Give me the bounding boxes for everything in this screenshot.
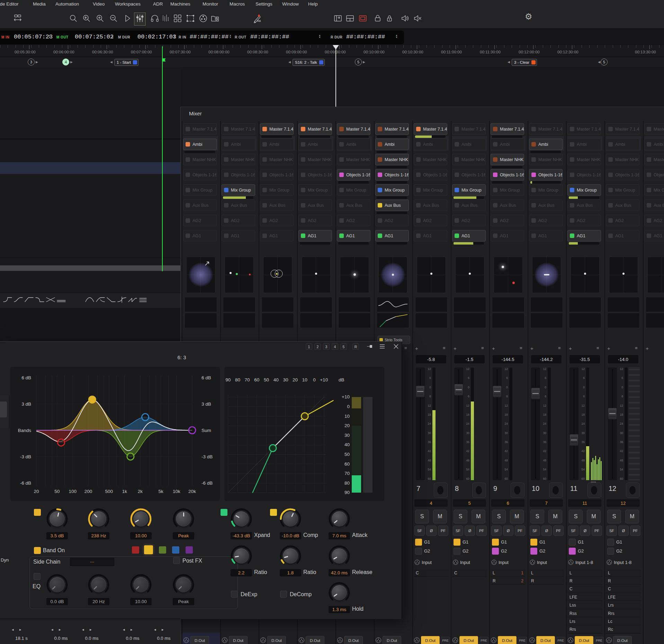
left-edge-handle[interactable] bbox=[0, 402, 7, 417]
insert-thumbnail-1[interactable] bbox=[454, 297, 486, 312]
side-chain-select[interactable]: --- bbox=[69, 557, 115, 567]
bus-slot-ambi[interactable]: Ambi bbox=[606, 139, 639, 150]
direct-out-button[interactable]: D.Out bbox=[421, 636, 440, 644]
xpand-knob-value[interactable]: -43.3 dB bbox=[231, 532, 252, 539]
pan-pad[interactable] bbox=[302, 257, 331, 293]
pfl-button[interactable]: PF bbox=[592, 526, 602, 536]
sc-q-knob[interactable] bbox=[130, 574, 152, 596]
group-1-checkbox[interactable] bbox=[492, 539, 499, 546]
marker-chip-2[interactable]: 1 - Start bbox=[114, 59, 138, 66]
comp-knob[interactable] bbox=[279, 508, 302, 530]
bus-slot-ambi[interactable]: Ambi bbox=[183, 139, 217, 150]
input-channel-row[interactable]: LFE bbox=[606, 593, 641, 601]
eq-gain-checkbox[interactable] bbox=[34, 509, 41, 516]
bus-slot-master-nhk[interactable]: Master NHK bbox=[337, 154, 370, 165]
insert-thumbnail-1[interactable] bbox=[569, 297, 601, 312]
bus-slot-master-nhk[interactable]: Master NHK bbox=[222, 154, 255, 165]
fader-db-readout[interactable]: -144.2 bbox=[531, 355, 562, 363]
bus-slot-objects-1-16[interactable]: Objects 1-16 bbox=[222, 169, 255, 180]
fade-shape-icon-1[interactable] bbox=[3, 296, 12, 305]
channel-slot-number[interactable]: 5 bbox=[453, 499, 486, 507]
bus-slot-master-nhk[interactable]: Master NHK bbox=[260, 154, 294, 165]
safe-button[interactable]: SF bbox=[491, 526, 502, 536]
hold-knob[interactable] bbox=[328, 582, 350, 604]
record-arm-button[interactable] bbox=[626, 483, 640, 498]
xpand-knob[interactable] bbox=[230, 508, 252, 530]
bus-slot-mix-group[interactable]: Mix Group bbox=[337, 184, 370, 196]
sc-freq-knob-value[interactable]: 20 Hz bbox=[88, 598, 109, 605]
bus-slot-ag1[interactable]: AG1 bbox=[337, 230, 370, 241]
lock-icon[interactable] bbox=[373, 14, 382, 24]
bus-slot-aux-bus[interactable]: Aux Bus bbox=[606, 200, 639, 211]
fader-track[interactable] bbox=[608, 368, 617, 480]
sc-eq-checkbox[interactable] bbox=[34, 573, 41, 580]
bus-slot-ag2[interactable]: AG2 bbox=[337, 215, 370, 226]
bus-slot-master-7-1-4[interactable]: Master 7.1.4 bbox=[222, 123, 255, 135]
menu-item-window[interactable]: Window bbox=[282, 1, 299, 7]
fade-shape-icon-9[interactable] bbox=[106, 296, 116, 305]
fader-track[interactable] bbox=[416, 368, 425, 480]
fader-track[interactable] bbox=[454, 368, 463, 480]
meter-icon[interactable] bbox=[161, 14, 170, 24]
safe-button[interactable]: SF bbox=[607, 526, 617, 536]
sc-gain-knob[interactable] bbox=[46, 574, 68, 596]
bus-slot-mix-group[interactable]: Mix Group bbox=[260, 184, 294, 196]
input-channel-row[interactable]: R bbox=[529, 577, 564, 585]
eq-freq-knob[interactable] bbox=[88, 508, 110, 530]
sc-type-knob[interactable] bbox=[172, 574, 195, 596]
channel-slot-number[interactable]: 7 bbox=[530, 499, 563, 507]
eq-q-knob-value[interactable]: 10.00 bbox=[130, 532, 152, 539]
bus-slot-aux-bus[interactable]: Aux Bus bbox=[644, 200, 664, 211]
bus-slot-aux-bus[interactable]: Aux Bus bbox=[260, 200, 294, 211]
bus-slot-mix-group[interactable]: Mix Group bbox=[567, 184, 601, 196]
solo-button[interactable]: S bbox=[492, 510, 506, 523]
channel-menu-button[interactable]: ≡ bbox=[596, 345, 599, 351]
layout-a-icon[interactable] bbox=[333, 14, 342, 24]
add-insert-button[interactable]: + bbox=[607, 345, 610, 351]
input-channel-row[interactable]: Rc bbox=[606, 626, 641, 634]
layout-red-icon[interactable] bbox=[358, 14, 367, 24]
input-channel-row[interactable]: R bbox=[567, 577, 602, 585]
bus-slot-master-7-1-4[interactable]: Master 7.1.4 bbox=[529, 123, 563, 135]
add-insert-button[interactable]: + bbox=[492, 345, 495, 351]
attack-knob[interactable] bbox=[328, 508, 350, 530]
input-channel-row[interactable]: R2 bbox=[491, 577, 526, 585]
pre-button[interactable]: PRE bbox=[441, 637, 450, 644]
channel-menu-button[interactable]: ≡ bbox=[443, 345, 446, 351]
bus-slot-objects-1-16[interactable]: Objects 1-16 bbox=[298, 169, 332, 180]
bus-slot-ag1[interactable]: AG1 bbox=[529, 230, 563, 241]
insert-thumbnail-1[interactable] bbox=[185, 297, 217, 312]
insert-thumbnail-1[interactable] bbox=[530, 297, 563, 312]
channel-slot-number[interactable]: 6 bbox=[491, 499, 524, 507]
marquee-icon[interactable] bbox=[186, 14, 195, 24]
bus-slot-ag1[interactable]: AG1 bbox=[567, 230, 601, 241]
pan-pad[interactable] bbox=[494, 257, 523, 293]
insert-thumbnail-2[interactable] bbox=[223, 313, 255, 328]
insert-thumbnail-1[interactable] bbox=[646, 297, 664, 312]
media-folder-icon[interactable] bbox=[210, 14, 219, 24]
pan-pad[interactable] bbox=[263, 257, 292, 293]
record-arm-button[interactable] bbox=[511, 483, 524, 498]
hamburger-icon[interactable] bbox=[379, 343, 385, 351]
solo-button[interactable]: S bbox=[607, 510, 621, 523]
fader-track[interactable] bbox=[493, 368, 502, 480]
bus-slot-mix-group[interactable]: Mix Group bbox=[529, 184, 563, 196]
bus-slot-mix-group[interactable]: Mix Group bbox=[375, 184, 409, 196]
group-1-checkbox[interactable] bbox=[530, 539, 537, 546]
fade-shape-icon-5[interactable] bbox=[46, 296, 55, 305]
insert-thumbnail-2[interactable] bbox=[492, 313, 524, 328]
fader-handle[interactable] bbox=[493, 386, 502, 397]
grid-windows-icon[interactable] bbox=[173, 14, 182, 24]
mute-button[interactable]: M bbox=[587, 510, 601, 523]
group-2-checkbox[interactable] bbox=[569, 548, 576, 555]
xpand-ratio-knob-value[interactable]: 2.2 bbox=[231, 569, 252, 576]
fade-shape-icon-10[interactable] bbox=[117, 296, 127, 305]
direct-out-button[interactable]: D.Out bbox=[383, 636, 401, 644]
plugin-preset-5[interactable]: 5 bbox=[340, 343, 347, 350]
play-icon[interactable] bbox=[123, 14, 132, 24]
bus-slot-aux-bus[interactable]: Aux Bus bbox=[491, 200, 524, 211]
eq-curve-chart[interactable] bbox=[10, 367, 220, 501]
timecode-spinner-2[interactable]: ▲▼ bbox=[173, 34, 176, 38]
edit-playhead[interactable] bbox=[162, 46, 163, 271]
comp-ratio-knob-value[interactable]: 1.8 bbox=[280, 569, 301, 576]
